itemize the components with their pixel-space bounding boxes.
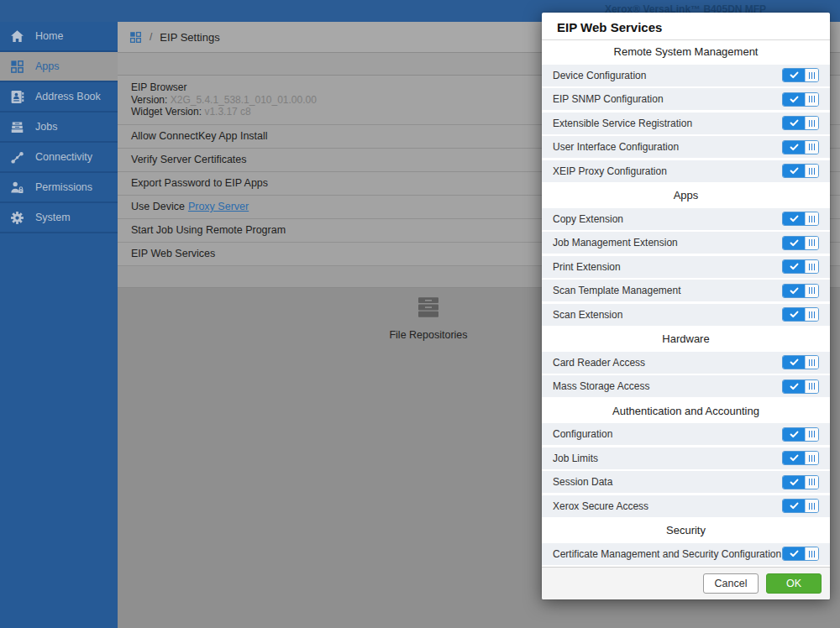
service-row-user-interface-configuration: User Interface Configuration	[542, 136, 830, 158]
service-label: Print Extension	[553, 261, 621, 273]
sidebar-item-address-book[interactable]: Address Book	[0, 82, 118, 113]
toggle-print-extension[interactable]	[782, 259, 819, 274]
check-icon	[783, 93, 805, 106]
service-label: Xerox Secure Access	[553, 500, 648, 512]
service-label: Session Data	[553, 476, 612, 488]
service-row-job-limits: Job Limits	[542, 447, 830, 469]
toggle-handle	[805, 69, 818, 81]
setting-label: Allow ConnectKey App Install	[131, 130, 268, 142]
server-stack-icon	[416, 295, 441, 320]
check-icon	[783, 260, 805, 273]
service-label: Device Configuration	[553, 70, 646, 81]
toggle-handle	[805, 212, 818, 225]
check-icon	[783, 141, 805, 154]
check-icon	[783, 237, 805, 249]
toggle-handle	[805, 356, 818, 369]
toggle-xeip-proxy-configuration[interactable]	[782, 164, 819, 178]
check-icon	[783, 69, 805, 81]
sidebar-item-label: Jobs	[35, 121, 57, 133]
check-icon	[783, 117, 805, 129]
service-row-eip-snmp-configuration: EIP SNMP Configuration	[542, 88, 830, 110]
setting-label: Use Device	[131, 201, 185, 212]
sidebar-item-connectivity[interactable]: Connectivity	[0, 143, 118, 173]
service-label: Job Management Extension	[553, 237, 678, 249]
eip-web-services-dialog: EIP Web Services Remote System Managemen…	[542, 13, 830, 599]
toggle-handle	[805, 452, 818, 464]
toggle-handle	[805, 260, 818, 273]
toggle-card-reader-access[interactable]	[782, 355, 819, 369]
toggle-configuration[interactable]	[782, 427, 819, 442]
toggle-handle	[805, 93, 818, 106]
toggle-handle	[805, 476, 818, 489]
service-row-xeip-proxy-configuration: XEIP Proxy Configuration	[542, 160, 830, 182]
check-icon	[783, 285, 805, 297]
sidebar-item-label: Address Book	[35, 91, 101, 102]
service-label: XEIP Proxy Configuration	[553, 165, 667, 177]
system-icon	[10, 211, 24, 225]
setting-label: Verify Server Certificates	[131, 154, 247, 165]
toggle-handle	[805, 380, 818, 393]
toggle-handle	[805, 547, 818, 560]
check-icon	[783, 380, 805, 393]
service-row-copy-extension: Copy Extension	[542, 208, 830, 230]
toggle-handle	[805, 165, 818, 177]
sidebar-item-home[interactable]: Home	[0, 22, 118, 52]
section-header-remote-system-management: Remote System Management	[542, 40, 830, 62]
jobs-icon	[10, 120, 24, 134]
sidebar-item-system[interactable]: System	[0, 203, 118, 233]
section-header-hardware: Hardware	[542, 327, 830, 349]
toggle-user-interface-configuration[interactable]	[782, 140, 819, 154]
check-icon	[783, 165, 805, 177]
cancel-button[interactable]: Cancel	[703, 573, 759, 594]
toggle-job-management-extension[interactable]	[782, 236, 819, 250]
check-icon	[783, 476, 805, 489]
service-row-card-reader-access: Card Reader Access	[542, 352, 830, 374]
toggle-xerox-secure-access[interactable]	[782, 499, 819, 513]
check-icon	[783, 308, 805, 321]
file-repositories[interactable]: File Repositories	[361, 295, 496, 341]
sidebar-item-label: Permissions	[35, 181, 92, 193]
check-icon	[783, 500, 805, 512]
toggle-device-configuration[interactable]	[782, 68, 819, 82]
sidebar-item-apps[interactable]: Apps	[0, 52, 118, 82]
sidebar-item-label: Home	[35, 30, 63, 42]
service-row-extensible-service-registration: Extensible Service Registration	[542, 113, 830, 134]
service-row-scan-template-management: Scan Template Management	[542, 280, 830, 301]
check-icon	[783, 428, 805, 441]
service-row-print-extension: Print Extension	[542, 256, 830, 278]
sidebar-item-label: Apps	[35, 60, 60, 72]
service-label: Certificate Management and Security Conf…	[553, 548, 781, 560]
apps-icon	[10, 60, 24, 74]
sidebar-nav: HomeAppsAddress BookJobsConnectivityPerm…	[0, 22, 118, 628]
proxy-server-link[interactable]: Proxy Server	[188, 201, 249, 212]
toggle-handle	[805, 285, 818, 297]
toggle-extensible-service-registration[interactable]	[782, 116, 819, 130]
toggle-scan-template-management[interactable]	[782, 284, 819, 298]
toggle-scan-extension[interactable]	[782, 307, 819, 322]
toggle-copy-extension[interactable]	[782, 212, 819, 226]
ok-button[interactable]: OK	[766, 573, 822, 594]
sidebar-item-jobs[interactable]: Jobs	[0, 113, 118, 143]
toggle-job-limits[interactable]	[782, 451, 819, 465]
service-row-xerox-secure-access: Xerox Secure Access	[542, 495, 830, 517]
service-row-device-configuration: Device Configuration	[542, 65, 830, 86]
apps-grid-icon[interactable]	[129, 31, 142, 44]
connectivity-icon	[10, 150, 24, 165]
service-label: Card Reader Access	[553, 357, 645, 369]
service-label: Scan Template Management	[553, 285, 681, 296]
sidebar-item-permissions[interactable]: Permissions	[0, 173, 118, 203]
file-repositories-label: File Repositories	[389, 329, 467, 341]
breadcrumb-title: EIP Settings	[160, 31, 219, 44]
toggle-certificate-management-and-security-configuration[interactable]	[782, 547, 819, 561]
service-label: Scan Extension	[553, 309, 622, 321]
sidebar-item-label: Connectivity	[35, 151, 92, 163]
toggle-handle	[805, 237, 818, 249]
service-row-mass-storage-access: Mass Storage Access	[542, 375, 830, 397]
toggle-session-data[interactable]	[782, 475, 819, 489]
check-icon	[783, 356, 805, 369]
setting-label: Start Job Using Remote Program	[131, 224, 286, 236]
address-book-icon	[10, 90, 24, 104]
toggle-mass-storage-access[interactable]	[782, 379, 819, 394]
toggle-handle	[805, 500, 818, 512]
toggle-eip-snmp-configuration[interactable]	[782, 92, 819, 107]
